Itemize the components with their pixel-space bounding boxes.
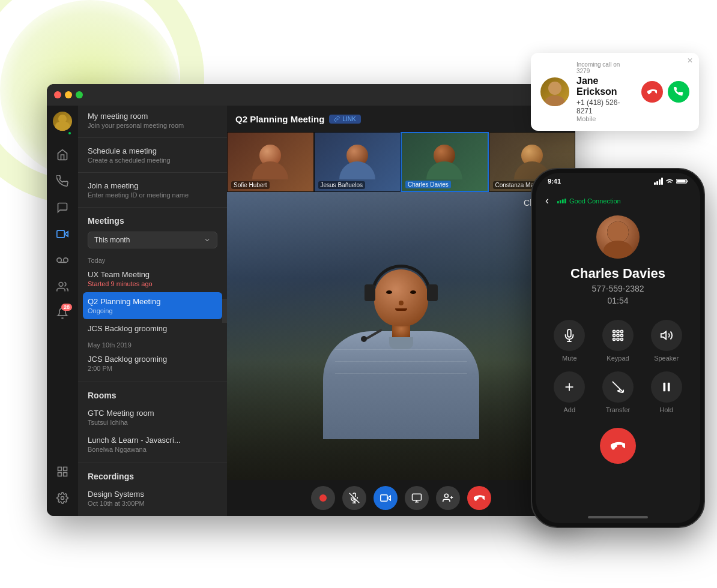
meeting-item-jcs-may[interactable]: JCS Backlog grooming 2:00 PM bbox=[78, 350, 227, 377]
camera-button[interactable] bbox=[374, 486, 398, 510]
hold-label: Hold bbox=[659, 406, 673, 413]
join-meeting-item[interactable]: Join a meeting Enter meeting ID or meeti… bbox=[78, 175, 227, 205]
wifi-icon bbox=[665, 178, 674, 184]
sidebar-icons: 28 bbox=[47, 106, 78, 516]
phone-hold-control[interactable]: Hold bbox=[647, 371, 686, 413]
thumb-jesus[interactable]: Jesus Bañuelos bbox=[314, 132, 401, 192]
recording-status-meeting[interactable]: Status Meeting bbox=[78, 512, 227, 516]
desktop-app-window: 28 My m bbox=[47, 84, 575, 516]
phone-speaker-control[interactable]: Speaker bbox=[647, 320, 686, 362]
jcs-today-name: JCS Backlog grooming bbox=[88, 324, 217, 333]
link-badge-text: LINK bbox=[342, 116, 355, 122]
camera-icon bbox=[380, 493, 391, 503]
sidebar-item-chat[interactable] bbox=[50, 196, 74, 220]
phone-hold-btn[interactable] bbox=[651, 371, 682, 403]
join-subtitle: Enter meeting ID or meeting name bbox=[88, 191, 217, 199]
divider-1 bbox=[78, 137, 227, 138]
close-button[interactable] bbox=[54, 91, 61, 98]
mute-icon bbox=[563, 329, 576, 342]
decline-call-button[interactable] bbox=[641, 81, 663, 103]
mic-off-icon bbox=[349, 493, 360, 503]
thumb-charles[interactable]: Charles Davies bbox=[401, 132, 489, 192]
user-avatar[interactable] bbox=[53, 112, 72, 131]
sidebar-item-voicemail[interactable] bbox=[50, 248, 74, 272]
thumb-sofie[interactable]: Sofie Hubert bbox=[227, 132, 314, 192]
meeting-item-q2[interactable]: Q2 Planning Meeting Ongoing bbox=[83, 292, 222, 319]
phone-add-btn[interactable] bbox=[554, 371, 585, 403]
link-badge[interactable]: LINK bbox=[329, 115, 360, 124]
recording-design-systems[interactable]: Design Systems Oct 10th at 3:00PM bbox=[78, 485, 227, 512]
call-notification-close[interactable]: ✕ bbox=[687, 56, 693, 65]
sidebar-item-home[interactable] bbox=[50, 143, 74, 167]
panel-collapse-button[interactable]: ‹ bbox=[222, 299, 227, 323]
add-call-icon bbox=[563, 380, 576, 394]
lunch-room-host: Bonelwa Ngqawana bbox=[88, 446, 217, 453]
maximize-button[interactable] bbox=[76, 91, 83, 98]
transfer-icon bbox=[611, 380, 625, 394]
signal-bar-2 bbox=[656, 181, 658, 185]
sidebar-item-apps[interactable] bbox=[50, 460, 74, 484]
meeting-item-jcs-today[interactable]: JCS Backlog grooming bbox=[78, 319, 227, 338]
svg-marker-2 bbox=[64, 232, 68, 236]
accept-call-button[interactable] bbox=[668, 81, 689, 103]
gtc-room-name: GTC Meeting room bbox=[88, 409, 217, 418]
sidebar-item-contacts[interactable] bbox=[50, 275, 74, 299]
signal-bar-3 bbox=[659, 179, 661, 185]
record-button[interactable] bbox=[311, 486, 335, 510]
minimize-button[interactable] bbox=[65, 91, 72, 98]
phone-end-section bbox=[536, 423, 700, 469]
room-item-lunch[interactable]: Lunch & Learn - Javascri... Bonelwa Ngqa… bbox=[78, 431, 227, 458]
svg-rect-10 bbox=[58, 473, 62, 476]
end-call-button[interactable] bbox=[467, 486, 491, 510]
settings-gear-icon bbox=[56, 492, 68, 504]
month-filter-dropdown[interactable]: This month bbox=[88, 232, 217, 248]
svg-rect-3 bbox=[57, 230, 65, 238]
meeting-item-ux[interactable]: UX Team Meeting Started 9 minutes ago bbox=[78, 265, 227, 292]
online-status-dot bbox=[67, 131, 72, 136]
incoming-call-notification: ✕ Incoming call on 3279 Jane Erickson +1… bbox=[531, 53, 699, 131]
phone-end-call-button[interactable] bbox=[600, 428, 636, 464]
svg-rect-49 bbox=[621, 334, 623, 337]
sidebar-item-calls[interactable] bbox=[50, 169, 74, 193]
my-meeting-room-item[interactable]: My meeting room Join your personal meeti… bbox=[78, 106, 227, 135]
thumb-jesus-label: Jesus Bañuelos bbox=[318, 181, 366, 189]
phone-time: 9:41 bbox=[548, 178, 561, 185]
sidebar-item-meetings[interactable] bbox=[50, 222, 74, 246]
svg-rect-23 bbox=[381, 495, 387, 502]
schedule-meeting-item[interactable]: Schedule a meeting Create a scheduled me… bbox=[78, 140, 227, 170]
phone-add-control[interactable]: Add bbox=[550, 371, 589, 413]
screen-share-button[interactable] bbox=[405, 486, 429, 510]
room-item-gtc[interactable]: GTC Meeting room Tsutsui Ichiha bbox=[78, 404, 227, 431]
keypad-icon bbox=[611, 329, 625, 342]
app-body: 28 My m bbox=[47, 106, 575, 516]
end-call-icon bbox=[474, 493, 485, 503]
svg-rect-56 bbox=[663, 383, 665, 392]
svg-rect-50 bbox=[613, 338, 616, 341]
schedule-title: Schedule a meeting bbox=[88, 146, 217, 155]
phone-speaker-btn[interactable] bbox=[651, 320, 682, 351]
svg-point-7 bbox=[59, 283, 63, 287]
svg-rect-11 bbox=[64, 473, 67, 476]
caller-number: +1 (418) 526-8271 bbox=[576, 98, 634, 115]
add-participant-button[interactable] bbox=[436, 486, 460, 510]
recording-1-name: Design Systems bbox=[88, 490, 217, 499]
phone-back-button[interactable]: ‹ bbox=[545, 194, 549, 207]
svg-rect-37 bbox=[562, 199, 564, 203]
video-icon bbox=[56, 228, 68, 240]
mute-button[interactable] bbox=[342, 486, 366, 510]
ux-meeting-status: Started 9 minutes ago bbox=[88, 280, 217, 287]
phone-keypad-control[interactable]: Keypad bbox=[599, 320, 638, 362]
phone-keypad-btn[interactable] bbox=[602, 320, 634, 351]
phone-transfer-control[interactable]: Transfer bbox=[599, 371, 638, 413]
signal-bars bbox=[654, 178, 663, 185]
sidebar-item-settings[interactable] bbox=[50, 486, 74, 510]
caller-avatar bbox=[540, 77, 569, 106]
svg-rect-44 bbox=[613, 331, 616, 333]
today-label: Today bbox=[78, 253, 227, 265]
sidebar-item-notifications[interactable]: 28 bbox=[50, 301, 74, 325]
svg-rect-51 bbox=[617, 338, 619, 341]
phone-mute-btn[interactable] bbox=[554, 320, 585, 351]
phone-transfer-btn[interactable] bbox=[602, 371, 634, 403]
phone-mute-control[interactable]: Mute bbox=[550, 320, 589, 362]
title-bar bbox=[47, 84, 575, 106]
